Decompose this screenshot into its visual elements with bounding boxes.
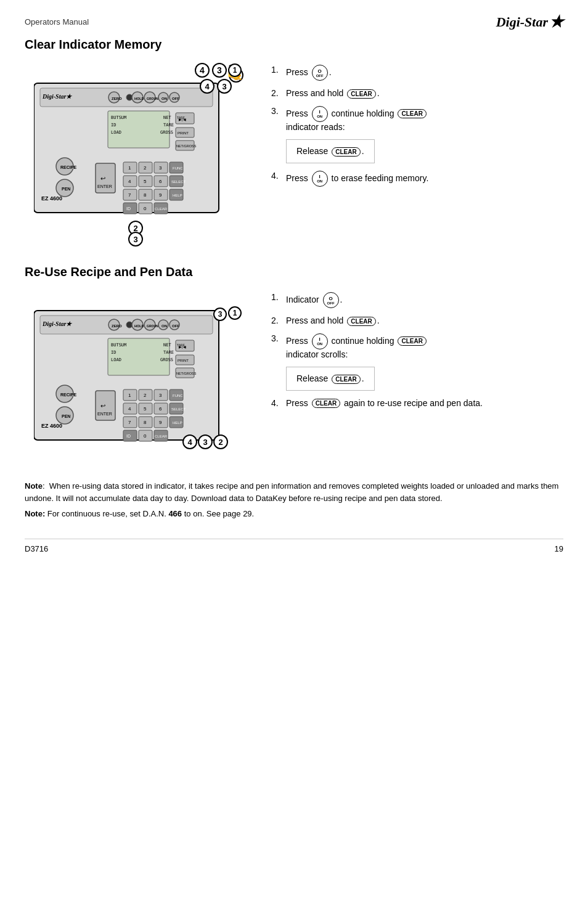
instruction-2-3: 3. Press ION continue holding CLEAR indi… xyxy=(271,333,563,359)
svg-text:Digi-Star★: Digi-Star★ xyxy=(42,93,73,100)
svg-text:HOLD: HOLD xyxy=(134,97,144,100)
svg-text:ON: ON xyxy=(161,97,167,100)
page-number: 19 xyxy=(555,544,563,553)
svg-text:SELECT: SELECT xyxy=(171,407,186,411)
on-button-1b: ION xyxy=(312,171,328,187)
svg-text:↩: ↩ xyxy=(100,402,105,409)
section1-title: Clear Indicator Memory xyxy=(25,38,563,52)
section2-title: Re-Use Recipe and Pen Data xyxy=(25,265,563,279)
svg-text:6: 6 xyxy=(159,406,162,412)
svg-text:3: 3 xyxy=(159,393,162,398)
svg-text:2: 2 xyxy=(144,393,147,398)
svg-text:ON: ON xyxy=(161,324,167,328)
svg-text:2: 2 xyxy=(144,165,147,171)
on-button-1: ION xyxy=(312,106,328,122)
off-button-1: OOFF xyxy=(312,65,328,81)
svg-text:GROSS: GROSS xyxy=(160,357,173,362)
svg-text:NET: NET xyxy=(163,343,171,348)
svg-text:TARE: TARE xyxy=(177,116,186,120)
clear-button-3: CLEAR xyxy=(347,317,375,326)
svg-text:EZ 4600: EZ 4600 xyxy=(41,195,62,202)
instruction-1-3: 3. Press ION continue holding CLEAR indi… xyxy=(271,106,563,132)
svg-text:7: 7 xyxy=(128,192,131,198)
callout-1-s2: 1 xyxy=(228,306,242,320)
svg-text:1: 1 xyxy=(128,393,131,398)
svg-text:OFF: OFF xyxy=(172,97,179,100)
instruction-1-4: 4. Press ION to erase feeding memory. xyxy=(271,171,563,187)
callout-3-bottom: 3 xyxy=(128,232,143,247)
instruction-1-2: 2. Press and hold CLEAR. xyxy=(271,88,563,99)
svg-text:8: 8 xyxy=(144,420,147,425)
svg-text:Digi-Star★: Digi-Star★ xyxy=(42,320,73,327)
svg-text:ID: ID xyxy=(111,123,116,128)
section2: Re-Use Recipe and Pen Data Digi-Star★ ZE… xyxy=(25,265,563,462)
section1-content: 4 3 🖐 ☞ 1 Digi-Star★ ZERO xyxy=(25,62,563,247)
clear-btn-release-1: CLEAR xyxy=(332,147,360,157)
device-wrapper-2: Digi-Star★ ZERO HOLD GROUND ON OFF BUTSU… xyxy=(25,289,247,462)
instruction-2-1: 1. Indicator OOFF. xyxy=(271,292,563,308)
svg-text:ZERO: ZERO xyxy=(112,324,122,328)
logo-star: ★ xyxy=(549,12,563,31)
doc-id: D3716 xyxy=(25,544,48,553)
svg-text:RECIPE: RECIPE xyxy=(60,165,76,169)
clear-button-4: CLEAR xyxy=(398,336,426,346)
callout-3-s2: 3 xyxy=(213,308,227,321)
page-footer: D3716 19 xyxy=(25,539,563,553)
svg-text:ID: ID xyxy=(111,350,116,355)
svg-text:BUTSUM: BUTSUM xyxy=(111,343,126,348)
section1-instructions: 1. Press OOFF. 2. Press and hold CLEAR. … xyxy=(271,62,563,194)
svg-text:0: 0 xyxy=(144,206,147,211)
svg-text:PEN: PEN xyxy=(62,414,70,418)
svg-text:8: 8 xyxy=(144,192,147,198)
svg-text:BUTSUM: BUTSUM xyxy=(111,115,126,120)
svg-text:HOLD: HOLD xyxy=(134,324,144,328)
note1-paragraph: Note: When re-using data stored in indic… xyxy=(25,480,563,504)
section1-device: 4 3 🖐 ☞ 1 Digi-Star★ ZERO xyxy=(25,62,253,247)
instruction-2-4: 4. Press CLEAR again to re-use recipe an… xyxy=(271,398,563,409)
svg-text:4: 4 xyxy=(128,179,131,184)
note2-bold-num: 466 xyxy=(168,509,182,518)
instruction-1-1: 1. Press OOFF. xyxy=(271,65,563,81)
svg-text:FUNC: FUNC xyxy=(173,394,183,397)
off-button-2: OOFF xyxy=(323,292,339,308)
note1-text: When re-using data stored in indicator, … xyxy=(25,481,558,503)
svg-text:NET: NET xyxy=(163,115,171,120)
instruction-2-2: 2. Press and hold CLEAR. xyxy=(271,316,563,326)
section1: Clear Indicator Memory 4 3 🖐 ☞ 1 Digi-St… xyxy=(25,38,563,247)
svg-text:9: 9 xyxy=(159,420,162,425)
svg-text:0: 0 xyxy=(144,433,147,439)
svg-text:9: 9 xyxy=(159,192,162,198)
svg-text:NET/GROSS: NET/GROSS xyxy=(176,144,197,148)
svg-text:5: 5 xyxy=(144,406,147,412)
svg-text:ZERO: ZERO xyxy=(112,97,122,100)
note2-label: Note: xyxy=(25,509,45,518)
callout-2-s2: 2 xyxy=(213,434,228,449)
svg-text:CLEAR: CLEAR xyxy=(155,434,168,438)
note2-text2: to on. See page 29. xyxy=(184,509,254,518)
svg-text:HELP: HELP xyxy=(173,421,182,425)
callout-4-overlay: 4 xyxy=(200,79,214,94)
clear-button-5: CLEAR xyxy=(312,399,340,408)
svg-text:SELECT: SELECT xyxy=(171,180,186,184)
svg-text:ID: ID xyxy=(126,434,131,438)
clear-btn-release-2: CLEAR xyxy=(332,375,360,384)
callout-4: 4 xyxy=(195,63,210,78)
svg-text:NET/GROSS: NET/GROSS xyxy=(176,372,197,375)
svg-text:7: 7 xyxy=(128,420,131,425)
instructions-list-1: 1. Press OOFF. 2. Press and hold CLEAR. … xyxy=(271,65,563,132)
section2-content: Digi-Star★ ZERO HOLD GROUND ON OFF BUTSU… xyxy=(25,289,563,462)
svg-text:ID: ID xyxy=(126,206,131,211)
svg-text:TARE: TARE xyxy=(177,343,186,347)
svg-text:PRINT: PRINT xyxy=(178,131,189,135)
svg-text:GROSS: GROSS xyxy=(160,130,173,135)
callout-1-top: 1 xyxy=(228,63,242,77)
instructions-list-2: 1. Indicator OOFF. 2. Press and hold CLE… xyxy=(271,292,563,359)
callout-3-s2b: 3 xyxy=(198,434,213,449)
page-header: Operators Manual Digi-Star★ xyxy=(25,12,563,31)
release-box-2: Release CLEAR. xyxy=(286,367,375,391)
svg-text:PEN: PEN xyxy=(62,187,70,191)
note1-label: Note xyxy=(25,481,43,491)
device-svg-2: Digi-Star★ ZERO HOLD GROUND ON OFF BUTSU… xyxy=(34,304,231,446)
svg-text:CLEAR: CLEAR xyxy=(155,207,168,211)
clear-button-1: CLEAR xyxy=(347,89,375,99)
